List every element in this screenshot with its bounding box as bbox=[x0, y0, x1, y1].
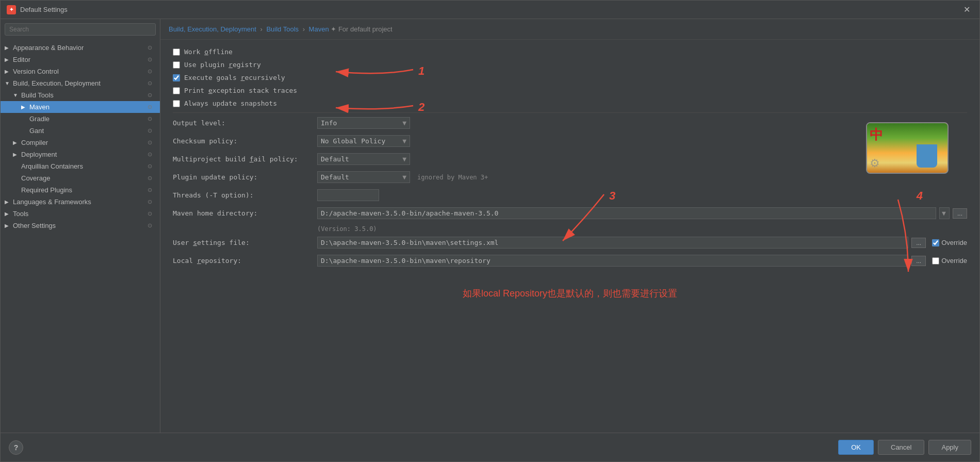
tree-arrow: ▶ bbox=[5, 57, 13, 62]
field-user-settings: User settings file: ... Override bbox=[173, 237, 967, 249]
sidebar-tree: ▶ Appearance & Behavior ⊙ ▶ Editor ⊙ ▶ V… bbox=[1, 40, 160, 433]
cancel-button[interactable]: Cancel bbox=[878, 440, 924, 455]
sidebar-item-editor[interactable]: ▶ Editor ⊙ bbox=[1, 54, 160, 65]
mug-shape bbox=[917, 144, 937, 168]
user-settings-input[interactable] bbox=[317, 237, 908, 249]
copy-icon: ⊙ bbox=[148, 187, 156, 193]
copy-icon: ⊙ bbox=[148, 104, 156, 110]
use-plugin-registry-checkbox[interactable] bbox=[173, 61, 180, 69]
search-input[interactable] bbox=[5, 23, 156, 36]
plugin-update-dropdown[interactable]: Default ▼ bbox=[317, 171, 410, 183]
sidebar-item-version-control[interactable]: ▶ Version Control ⊙ bbox=[1, 65, 160, 77]
user-settings-override-checkbox[interactable] bbox=[932, 239, 939, 246]
sidebar-item-languages[interactable]: ▶ Languages & Frameworks ⊙ bbox=[1, 196, 160, 208]
sidebar-item-build-exec[interactable]: ▼ Build, Execution, Deployment ⊙ bbox=[1, 77, 160, 89]
sidebar-item-appearance[interactable]: ▶ Appearance & Behavior ⊙ bbox=[1, 42, 160, 54]
sidebar-item-label: Build, Execution, Deployment bbox=[13, 79, 148, 87]
sidebar-item-label: Maven bbox=[29, 103, 148, 111]
threads-input[interactable] bbox=[317, 189, 379, 201]
field-plugin-update: Plugin update policy: Default ▼ ignored … bbox=[173, 171, 967, 183]
sidebar-item-label: Editor bbox=[13, 56, 148, 63]
copy-icon: ⊙ bbox=[148, 151, 156, 158]
field-local-repo: Local repository: ... Override bbox=[173, 255, 967, 267]
sidebar: ▶ Appearance & Behavior ⊙ ▶ Editor ⊙ ▶ V… bbox=[1, 19, 160, 433]
separator bbox=[173, 112, 967, 113]
sidebar-item-required-plugins[interactable]: Required Plugins ⊙ bbox=[1, 184, 160, 196]
always-update-checkbox[interactable] bbox=[173, 100, 180, 107]
apply-button[interactable]: Apply bbox=[928, 440, 971, 455]
dropdown-arrow-icon: ▼ bbox=[942, 209, 946, 217]
ok-button[interactable]: OK bbox=[838, 440, 874, 455]
sidebar-item-label: Appearance & Behavior bbox=[13, 44, 148, 52]
breadcrumb-part-1[interactable]: Build, Execution, Deployment bbox=[169, 25, 256, 33]
copy-icon: ⊙ bbox=[148, 80, 156, 87]
threads-value bbox=[317, 189, 967, 201]
local-repo-browse-button[interactable]: ... bbox=[911, 256, 926, 266]
always-update-label: Always update snapshots bbox=[184, 100, 277, 107]
copy-icon: ⊙ bbox=[148, 68, 156, 75]
sidebar-item-arquillian[interactable]: Arquillian Containers ⊙ bbox=[1, 160, 160, 172]
window-title: Default Settings bbox=[20, 6, 960, 13]
checkbox-always-update: Always update snapshots bbox=[173, 100, 967, 107]
dropdown-arrow-icon: ▼ bbox=[402, 119, 406, 127]
chinese-char: 中 bbox=[870, 126, 883, 144]
main-window: ✦ Default Settings ✕ ▶ Appearance & Beha… bbox=[0, 0, 980, 462]
close-button[interactable]: ✕ bbox=[960, 4, 973, 15]
user-settings-browse-button[interactable]: ... bbox=[911, 238, 926, 248]
tree-arrow: ▶ bbox=[5, 211, 13, 217]
copy-icon: ⊙ bbox=[148, 139, 156, 146]
field-checksum-policy: Checksum policy: No Global Policy ▼ bbox=[173, 135, 967, 147]
work-offline-checkbox[interactable] bbox=[173, 48, 180, 56]
output-level-text: Info bbox=[321, 119, 400, 127]
print-exception-label: Print exception stack traces bbox=[184, 87, 297, 94]
content-area: ▶ Appearance & Behavior ⊙ ▶ Editor ⊙ ▶ V… bbox=[1, 19, 979, 433]
copy-icon: ⊙ bbox=[148, 56, 156, 63]
tree-arrow: ▶ bbox=[5, 223, 13, 228]
maven-version: (Version: 3.5.0) bbox=[173, 225, 967, 233]
tree-arrow: ▶ bbox=[5, 45, 13, 51]
multiproject-fail-dropdown[interactable]: Default ▼ bbox=[317, 153, 410, 165]
output-level-dropdown[interactable]: Info ▼ bbox=[317, 117, 410, 129]
copy-icon: ⊙ bbox=[148, 92, 156, 98]
annotation-2: 2 bbox=[418, 101, 424, 114]
copy-icon: ⊙ bbox=[148, 175, 156, 182]
local-repo-label: Local repository: bbox=[173, 257, 317, 265]
copy-icon: ⊙ bbox=[148, 44, 156, 51]
widget-image: 中 ⚙ bbox=[867, 123, 948, 173]
sidebar-item-deployment[interactable]: ▶ Deployment ⊙ bbox=[1, 148, 160, 160]
dropdown-arrow-icon: ▼ bbox=[402, 155, 406, 163]
sidebar-item-coverage[interactable]: Coverage ⊙ bbox=[1, 172, 160, 184]
execute-goals-checkbox[interactable] bbox=[173, 74, 180, 81]
tree-arrow: ▶ bbox=[5, 69, 13, 74]
floating-widget: 中 ⚙ bbox=[866, 122, 949, 174]
sidebar-item-build-tools[interactable]: ▼ Build Tools ⊙ bbox=[1, 89, 160, 101]
maven-home-dropdown[interactable]: ▼ bbox=[939, 207, 950, 219]
sidebar-item-label: Gradle bbox=[29, 115, 148, 123]
checksum-policy-dropdown[interactable]: No Global Policy ▼ bbox=[317, 135, 410, 147]
print-exception-checkbox[interactable] bbox=[173, 87, 180, 94]
sidebar-item-label: Other Settings bbox=[13, 222, 148, 229]
tree-arrow: ▶ bbox=[13, 140, 21, 145]
threads-label: Threads (-T option): bbox=[173, 191, 317, 199]
maven-home-input[interactable] bbox=[317, 207, 936, 219]
multiproject-fail-label: Multiproject build fail policy: bbox=[173, 155, 317, 163]
checkbox-print-exception: Print exception stack traces bbox=[173, 87, 967, 94]
help-button[interactable]: ? bbox=[9, 440, 23, 455]
sidebar-item-tools[interactable]: ▶ Tools ⊙ bbox=[1, 208, 160, 220]
sidebar-item-gant[interactable]: Gant ⊙ bbox=[1, 125, 160, 137]
app-icon: ✦ bbox=[7, 5, 16, 14]
bottom-bar: ? OK Cancel Apply bbox=[1, 433, 979, 461]
local-repo-override-checkbox[interactable] bbox=[932, 257, 939, 265]
sidebar-item-label: Required Plugins bbox=[21, 186, 148, 194]
chinese-annotation-text: 如果local Repository也是默认的，则也需要进行设置 bbox=[173, 287, 967, 300]
local-repo-value: ... Override bbox=[317, 255, 967, 267]
sidebar-item-compiler[interactable]: ▶ Compiler ⊙ bbox=[1, 137, 160, 148]
sidebar-item-other-settings[interactable]: ▶ Other Settings ⊙ bbox=[1, 220, 160, 232]
sidebar-item-maven[interactable]: ▶ Maven ⊙ bbox=[1, 101, 160, 113]
sidebar-item-label: Tools bbox=[13, 210, 148, 218]
breadcrumb-part-2[interactable]: Build Tools bbox=[266, 25, 299, 33]
maven-home-browse-button[interactable]: ... bbox=[953, 208, 967, 219]
sidebar-item-gradle[interactable]: Gradle ⊙ bbox=[1, 113, 160, 125]
breadcrumb-part-3[interactable]: Maven bbox=[309, 25, 329, 33]
local-repo-input[interactable] bbox=[317, 255, 908, 267]
